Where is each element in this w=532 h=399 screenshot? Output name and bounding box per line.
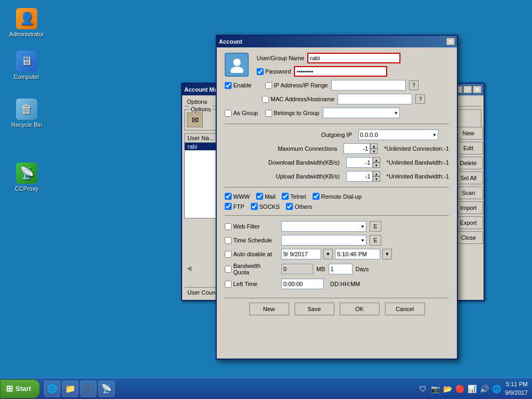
password-checkbox-label[interactable]: Password	[257, 68, 291, 75]
auto-disable-date-button[interactable]: ▼	[323, 249, 333, 259]
max-connections-up[interactable]: ▲	[370, 143, 378, 149]
scan-button[interactable]: Scan	[454, 186, 483, 199]
account-close-icon[interactable]: ✕	[446, 38, 455, 45]
mail-checkbox[interactable]	[256, 193, 263, 200]
left-time-checkbox[interactable]	[225, 281, 232, 288]
ip-range-checkbox-label[interactable]: IP Address/IP Range	[265, 82, 328, 89]
web-filter-checkbox-label[interactable]: Web Filter	[225, 223, 278, 230]
sel-all-button[interactable]: Sel All	[454, 172, 483, 184]
tray-icon-2[interactable]: 📷	[430, 384, 440, 394]
as-group-checkbox[interactable]	[225, 110, 232, 117]
max-connections-input[interactable]	[343, 143, 370, 154]
socks-checkbox-label[interactable]: SOCKS	[251, 203, 280, 210]
password-input[interactable]	[294, 66, 387, 77]
download-bw-input[interactable]	[346, 157, 373, 168]
max-connections-down[interactable]: ▼	[370, 149, 378, 154]
options-label: Options	[189, 106, 212, 112]
ip-range-checkbox[interactable]	[265, 82, 272, 89]
left-time-input[interactable]	[281, 279, 324, 289]
as-group-checkbox-label[interactable]: As Group	[225, 110, 262, 117]
ftp-checkbox-label[interactable]: FTP	[225, 203, 244, 210]
desktop-icon-ccproxy[interactable]: 📡 CCProxy	[8, 162, 45, 192]
time-schedule-checkbox[interactable]	[225, 237, 232, 244]
desktop-icon-administrator[interactable]: 👤 Administrator	[8, 8, 45, 37]
taskbar-media-icon[interactable]: 🎵	[80, 381, 96, 397]
upload-bw-input[interactable]	[346, 171, 373, 182]
menu-options[interactable]: Options	[187, 99, 207, 105]
start-button[interactable]: ⊞ Start	[0, 379, 40, 398]
mac-help-button[interactable]: ?	[415, 94, 425, 104]
time-schedule-dropdown[interactable]	[281, 235, 366, 246]
belongs-group-checkbox[interactable]	[265, 110, 272, 117]
bandwidth-quota-checkbox[interactable]	[225, 266, 232, 273]
delete-button-bg[interactable]: Delete	[454, 157, 483, 169]
outgoing-ip-dropdown[interactable]: 0.0.0.0	[358, 129, 438, 140]
bandwidth-quota-checkbox-label[interactable]: Bandwidth Quota	[225, 263, 278, 275]
desktop-icon-recycle-bin[interactable]: 🗑 Recycle Bin	[8, 99, 45, 128]
bandwidth-quota-input[interactable]	[281, 264, 313, 274]
auto-disable-date-input[interactable]	[281, 249, 321, 259]
tray-icon-7[interactable]: 🌐	[491, 384, 502, 394]
maximize-button[interactable]: □	[463, 86, 472, 93]
belongs-group-checkbox-label[interactable]: Belongs to Group	[265, 110, 320, 117]
mac-input[interactable]	[338, 94, 412, 104]
new-button[interactable]: New	[249, 303, 289, 315]
scroll-left[interactable]: ◄	[185, 264, 193, 273]
auto-disable-checkbox[interactable]	[225, 251, 232, 258]
remote-dialup-checkbox[interactable]	[313, 193, 320, 200]
auto-disable-checkbox-label[interactable]: Auto disable at	[225, 251, 278, 258]
remote-dialup-checkbox-label[interactable]: Remote Dial-up	[313, 193, 362, 200]
upload-bw-up[interactable]: ▲	[373, 171, 380, 176]
belongs-group-dropdown[interactable]	[323, 108, 400, 118]
ip-range-help-button[interactable]: ?	[409, 80, 419, 90]
mac-checkbox-label[interactable]: MAC Address/Hostname	[262, 96, 334, 103]
time-schedule-edit-button[interactable]: E	[370, 235, 381, 246]
web-filter-dropdown[interactable]	[281, 221, 366, 232]
taskbar-browser-icon[interactable]: 🌐	[44, 381, 60, 397]
others-checkbox[interactable]	[286, 203, 293, 210]
export-button[interactable]: Export	[454, 216, 483, 229]
ftp-checkbox[interactable]	[225, 203, 232, 210]
tray-icon-4[interactable]: 🔴	[454, 384, 465, 394]
cancel-button[interactable]: Cancel	[385, 303, 425, 315]
auto-disable-time-button[interactable]: ▼	[382, 249, 392, 259]
enable-checkbox-label[interactable]: Enable	[225, 82, 262, 89]
left-time-checkbox-label[interactable]: Left Time	[225, 281, 278, 288]
save-button[interactable]: Save	[294, 303, 334, 315]
desktop-icon-computer[interactable]: 🖥 Computer	[8, 51, 45, 80]
new-button-bg[interactable]: New	[454, 127, 483, 140]
web-filter-edit-button[interactable]: E	[370, 221, 381, 232]
ip-range-input[interactable]	[331, 80, 406, 91]
account-dialog: Account ✕ User/Group Name	[216, 35, 458, 360]
close-button-bg[interactable]: Close	[454, 231, 483, 244]
socks-checkbox[interactable]	[251, 203, 258, 210]
username-input[interactable]	[307, 53, 400, 63]
telnet-checkbox-label[interactable]: Telnet	[282, 193, 306, 200]
windows-logo-icon: ⊞	[6, 384, 13, 394]
enable-checkbox[interactable]	[225, 82, 232, 89]
web-filter-checkbox[interactable]	[225, 223, 232, 230]
close-button[interactable]: ✕	[473, 86, 481, 93]
taskbar-folder-icon[interactable]: 📁	[62, 381, 78, 397]
www-checkbox[interactable]	[225, 193, 232, 200]
import-button[interactable]: Import	[454, 201, 483, 214]
bandwidth-days-input[interactable]	[329, 264, 353, 274]
tray-icon-5[interactable]: 📊	[466, 384, 477, 394]
ok-button[interactable]: OK	[340, 303, 380, 315]
mail-checkbox-label[interactable]: Mail	[256, 193, 275, 200]
tray-icon-1[interactable]: 🛡	[418, 384, 428, 394]
others-checkbox-label[interactable]: Others	[286, 203, 312, 210]
taskbar-network-icon[interactable]: 📡	[99, 381, 114, 397]
download-bw-up[interactable]: ▲	[373, 157, 380, 162]
mac-checkbox[interactable]	[262, 96, 269, 103]
download-bw-down[interactable]: ▼	[373, 162, 380, 168]
password-checkbox[interactable]	[257, 68, 264, 75]
upload-bw-down[interactable]: ▼	[373, 176, 380, 182]
time-schedule-checkbox-label[interactable]: Time Schedule	[225, 237, 278, 244]
tray-icon-3[interactable]: 📂	[442, 384, 453, 394]
tray-icon-6[interactable]: 🔊	[479, 384, 489, 394]
auto-disable-time-input[interactable]	[335, 249, 380, 259]
edit-button-bg[interactable]: Edit	[454, 142, 483, 154]
telnet-checkbox[interactable]	[282, 193, 289, 200]
www-checkbox-label[interactable]: WWW	[225, 193, 250, 200]
